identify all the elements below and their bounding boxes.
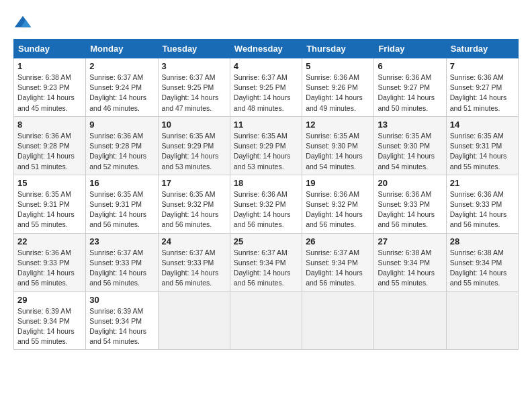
sunset-label: Sunset: 9:29 PM — [162, 142, 214, 150]
day-info: Sunrise: 6:35 AM Sunset: 9:30 PM Dayligh… — [378, 131, 442, 172]
sunset-label: Sunset: 9:27 PM — [378, 83, 430, 91]
sunset-label: Sunset: 9:28 PM — [17, 142, 70, 150]
sunrise-label: Sunrise: 6:38 AM — [378, 248, 431, 257]
sunset-label: Sunset: 9:34 PM — [17, 317, 70, 325]
day-info: Sunrise: 6:37 AM Sunset: 9:24 PM Dayligh… — [89, 73, 154, 113]
calendar-cell: 21 Sunrise: 6:36 AM Sunset: 9:33 PM Dayl… — [446, 175, 518, 233]
weekday-header-saturday: Saturday — [446, 40, 518, 58]
day-info: Sunrise: 6:36 AM Sunset: 9:33 PM Dayligh… — [378, 189, 442, 230]
calendar-cell: 30 Sunrise: 6:39 AM Sunset: 9:34 PM Dayl… — [86, 291, 158, 350]
day-number: 25 — [234, 236, 298, 246]
day-number: 28 — [450, 236, 515, 246]
day-number: 14 — [450, 120, 515, 130]
calendar-cell — [446, 291, 518, 350]
day-number: 3 — [162, 61, 226, 71]
day-info: Sunrise: 6:35 AM Sunset: 9:30 PM Dayligh… — [306, 131, 370, 172]
day-info: Sunrise: 6:37 AM Sunset: 9:25 PM Dayligh… — [234, 73, 298, 113]
sunrise-label: Sunrise: 6:37 AM — [234, 73, 287, 81]
day-number: 6 — [378, 61, 442, 71]
daylight-label: Daylight: 14 hours and 55 minutes. — [17, 327, 75, 345]
day-number: 18 — [234, 178, 298, 188]
sunset-label: Sunset: 9:27 PM — [450, 83, 502, 91]
daylight-label: Daylight: 14 hours and 55 minutes. — [450, 269, 507, 287]
sunset-label: Sunset: 9:31 PM — [450, 142, 502, 150]
daylight-label: Daylight: 14 hours and 55 minutes. — [17, 210, 75, 228]
sunset-label: Sunset: 9:34 PM — [378, 259, 430, 267]
calendar-cell — [374, 291, 446, 350]
day-number: 2 — [89, 61, 154, 71]
calendar-cell: 16 Sunrise: 6:35 AM Sunset: 9:31 PM Dayl… — [86, 175, 158, 233]
calendar-cell: 23 Sunrise: 6:37 AM Sunset: 9:33 PM Dayl… — [86, 233, 158, 291]
daylight-label: Daylight: 14 hours and 56 minutes. — [162, 269, 219, 287]
day-number: 7 — [450, 61, 515, 71]
sunset-label: Sunset: 9:32 PM — [306, 200, 358, 208]
sunset-label: Sunset: 9:25 PM — [234, 83, 286, 91]
sunset-label: Sunset: 9:26 PM — [306, 83, 358, 91]
day-number: 16 — [89, 178, 154, 188]
calendar-cell: 13 Sunrise: 6:35 AM Sunset: 9:30 PM Dayl… — [374, 116, 446, 175]
sunrise-label: Sunrise: 6:35 AM — [450, 132, 504, 140]
sunset-label: Sunset: 9:23 PM — [17, 83, 70, 91]
day-info: Sunrise: 6:35 AM Sunset: 9:31 PM Dayligh… — [450, 131, 515, 172]
sunset-label: Sunset: 9:32 PM — [162, 200, 214, 208]
daylight-label: Daylight: 14 hours and 47 minutes. — [162, 93, 219, 111]
day-info: Sunrise: 6:37 AM Sunset: 9:25 PM Dayligh… — [162, 73, 226, 113]
day-number: 22 — [17, 236, 82, 246]
weekday-header-tuesday: Tuesday — [158, 40, 230, 58]
sunrise-label: Sunrise: 6:37 AM — [234, 248, 287, 257]
weekday-header-friday: Friday — [374, 40, 446, 58]
sunrise-label: Sunrise: 6:35 AM — [17, 190, 71, 198]
daylight-label: Daylight: 14 hours and 52 minutes. — [89, 152, 146, 170]
daylight-label: Daylight: 14 hours and 56 minutes. — [306, 210, 363, 228]
calendar-cell: 29 Sunrise: 6:39 AM Sunset: 9:34 PM Dayl… — [14, 291, 86, 350]
sunrise-label: Sunrise: 6:36 AM — [234, 190, 287, 198]
sunset-label: Sunset: 9:29 PM — [234, 142, 286, 150]
day-number: 29 — [17, 295, 82, 305]
calendar-cell: 9 Sunrise: 6:36 AM Sunset: 9:28 PM Dayli… — [86, 116, 158, 175]
calendar-cell: 17 Sunrise: 6:35 AM Sunset: 9:32 PM Dayl… — [158, 175, 230, 233]
day-info: Sunrise: 6:36 AM Sunset: 9:32 PM Dayligh… — [306, 189, 370, 230]
day-number: 12 — [306, 120, 370, 130]
sunset-label: Sunset: 9:25 PM — [162, 83, 214, 91]
daylight-label: Daylight: 14 hours and 50 minutes. — [378, 93, 435, 111]
sunrise-label: Sunrise: 6:36 AM — [17, 132, 71, 140]
day-number: 21 — [450, 178, 515, 188]
day-info: Sunrise: 6:38 AM Sunset: 9:34 PM Dayligh… — [378, 248, 442, 289]
sunset-label: Sunset: 9:32 PM — [234, 200, 286, 208]
sunset-label: Sunset: 9:31 PM — [89, 200, 142, 208]
day-info: Sunrise: 6:36 AM Sunset: 9:28 PM Dayligh… — [17, 131, 82, 172]
sunrise-label: Sunrise: 6:39 AM — [17, 307, 71, 315]
calendar-table: SundayMondayTuesdayWednesdayThursdayFrid… — [13, 39, 519, 350]
logo — [13, 13, 35, 32]
sunrise-label: Sunrise: 6:35 AM — [89, 190, 143, 198]
sunrise-label: Sunrise: 6:37 AM — [306, 248, 359, 257]
calendar-cell: 6 Sunrise: 6:36 AM Sunset: 9:27 PM Dayli… — [374, 58, 446, 117]
daylight-label: Daylight: 14 hours and 55 minutes. — [378, 269, 435, 287]
weekday-header-row: SundayMondayTuesdayWednesdayThursdayFrid… — [14, 40, 519, 58]
day-info: Sunrise: 6:36 AM Sunset: 9:32 PM Dayligh… — [234, 189, 298, 230]
weekday-header-wednesday: Wednesday — [230, 40, 302, 58]
day-number: 8 — [17, 120, 82, 130]
daylight-label: Daylight: 14 hours and 51 minutes. — [450, 93, 507, 111]
daylight-label: Daylight: 14 hours and 56 minutes. — [89, 210, 146, 228]
sunrise-label: Sunrise: 6:37 AM — [89, 248, 143, 257]
sunrise-label: Sunrise: 6:36 AM — [378, 73, 431, 81]
page-header — [13, 13, 519, 32]
day-info: Sunrise: 6:36 AM Sunset: 9:27 PM Dayligh… — [450, 73, 515, 113]
calendar-cell: 2 Sunrise: 6:37 AM Sunset: 9:24 PM Dayli… — [86, 58, 158, 117]
day-number: 9 — [89, 120, 154, 130]
sunrise-label: Sunrise: 6:36 AM — [450, 73, 504, 81]
calendar-cell: 1 Sunrise: 6:38 AM Sunset: 9:23 PM Dayli… — [14, 58, 86, 117]
week-row-5: 29 Sunrise: 6:39 AM Sunset: 9:34 PM Dayl… — [14, 291, 519, 350]
daylight-label: Daylight: 14 hours and 53 minutes. — [162, 152, 219, 170]
sunrise-label: Sunrise: 6:38 AM — [17, 73, 71, 81]
daylight-label: Daylight: 14 hours and 56 minutes. — [17, 269, 75, 287]
sunrise-label: Sunrise: 6:37 AM — [89, 73, 143, 81]
day-info: Sunrise: 6:35 AM Sunset: 9:31 PM Dayligh… — [89, 189, 154, 230]
day-info: Sunrise: 6:35 AM Sunset: 9:31 PM Dayligh… — [17, 189, 82, 230]
calendar-cell: 25 Sunrise: 6:37 AM Sunset: 9:34 PM Dayl… — [230, 233, 302, 291]
day-info: Sunrise: 6:37 AM Sunset: 9:33 PM Dayligh… — [162, 248, 226, 289]
calendar-cell: 20 Sunrise: 6:36 AM Sunset: 9:33 PM Dayl… — [374, 175, 446, 233]
calendar-cell: 27 Sunrise: 6:38 AM Sunset: 9:34 PM Dayl… — [374, 233, 446, 291]
daylight-label: Daylight: 14 hours and 54 minutes. — [306, 152, 363, 170]
